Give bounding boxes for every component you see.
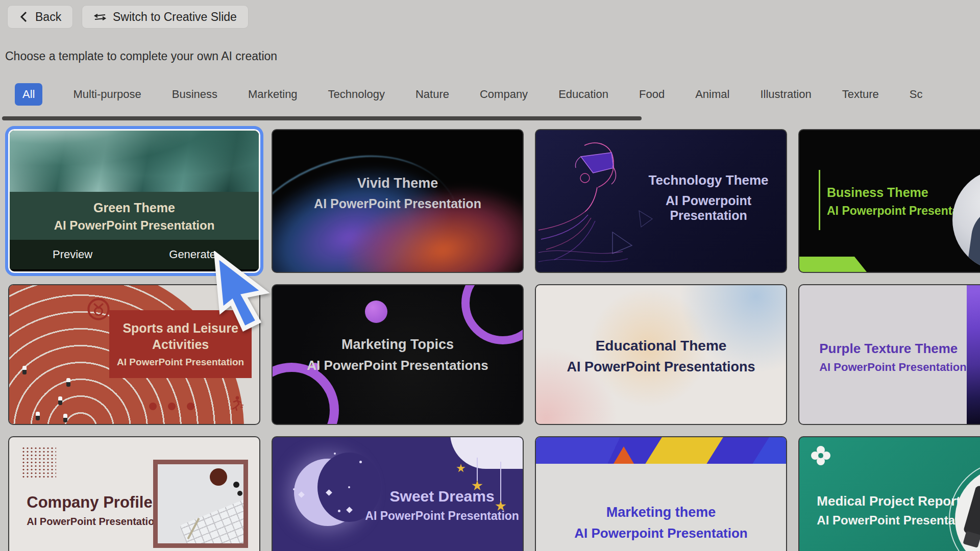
tab-food[interactable]: Food [639,88,665,101]
template-card-educational-theme[interactable]: Educational Theme AI PowerPoint Presenta… [535,284,787,425]
runner-figure [22,366,27,374]
switch-to-creative-slide-button[interactable]: Switch to Creative Slide [82,5,249,29]
businessman-photo-circle [952,169,980,271]
berry-decor [237,491,242,496]
berry-decor [233,482,239,488]
star-string [477,458,478,481]
switch-button-label: Switch to Creative Slide [113,10,237,24]
page-subtitle: Choose a template to complete your own A… [5,49,277,63]
blue-shape [749,437,786,464]
template-card-marketing-theme[interactable]: Marketing theme AI Powerpoint Presentati… [535,436,787,551]
tab-science-partial[interactable]: Sc [910,88,923,101]
yellow-shape [642,437,726,464]
template-card-purple-texture[interactable]: Purple Texture Theme AI PowerPoint Prese… [798,284,980,425]
green-parallelogram [799,257,876,272]
green-theme-title-band: Green Theme AI PowerPoint Presentation [10,192,259,240]
card-actions: Preview Generate [10,240,259,269]
preview-button[interactable]: Preview [53,248,92,261]
tab-nature[interactable]: Nature [415,88,449,101]
card-subtitle: AI Powerpoint Presentation [536,525,786,541]
card-title: Marketing Topics [273,337,523,353]
star-dot [334,453,336,455]
generate-button[interactable]: Generate [169,248,216,261]
microscope [963,485,980,539]
dot-grid-decoration [21,446,56,478]
template-card-medical-report[interactable]: Medical Project Report AI PowerPoint Pre… [798,436,980,551]
star-dot [348,486,350,488]
card-title: Sweet Dreams [365,488,519,505]
card-subtitle: AI PowerPoint Presentation [27,516,160,528]
yellow-star [456,464,465,473]
template-grid: Green Theme AI PowerPoint Presentation P… [8,129,980,551]
card-subtitle: AI PowerPoint Presentations [536,359,786,375]
businessman-silhouette [966,203,980,271]
card-subtitle: AI PowerPoint Presentation [117,357,244,368]
card-text: Purple Texture Theme AI PowerPoint Prese… [819,341,967,374]
tab-all[interactable]: All [15,83,42,106]
card-title: Technology Theme [636,172,781,188]
template-card-technology-theme[interactable]: Technology Theme AI Powerpoint Presentat… [535,129,787,273]
card-text: Company Profile AI PowerPoint Presentati… [27,493,160,528]
tab-business[interactable]: Business [172,88,217,101]
card-title: Marketing theme [536,505,786,520]
tab-animal[interactable]: Animal [695,88,729,101]
card-text: Sweet Dreams AI PowerPoint Presentation [365,488,519,523]
card-subtitle: AI Powerpoint Presentation [636,193,781,223]
purple-texture-art [967,285,980,424]
runner-figure [63,414,67,422]
card-text: Technology Theme AI Powerpoint Presentat… [636,172,781,223]
geometric-header-band [536,437,786,464]
template-card-company-profile[interactable]: Company Profile AI PowerPoint Presentati… [8,436,260,551]
card-text: Vivid Theme AI PowerPoint Presentation [273,176,523,211]
card-title: Green Theme [93,198,175,217]
keyboard [179,499,248,548]
orange-triangle [614,446,634,464]
medal-icon [87,297,110,323]
desk-photo-frame [153,460,248,548]
runner-figure [36,412,40,420]
tab-marketing[interactable]: Marketing [248,88,298,101]
pagination-dots [149,403,194,410]
cloud [450,436,524,469]
card-title: Company Profile [27,493,160,512]
coffee-cup [210,468,227,486]
template-card-vivid-theme[interactable]: Vivid Theme AI PowerPoint Presentation [272,129,524,273]
tab-education[interactable]: Education [558,88,608,101]
card-subtitle: AI PowerPoint Presentations [273,358,523,373]
template-card-business-theme[interactable]: Business Theme AI Powerpoint Presentatio… [798,129,980,273]
card-subtitle: AI PowerPoint Presentation [365,509,519,523]
chevron-left-icon [19,11,29,23]
green-accent-line [819,170,820,230]
card-title: Educational Theme [536,338,786,354]
tab-technology[interactable]: Technology [328,88,385,101]
category-tabs: All Multi-purpose Business Marketing Tec… [15,83,923,106]
template-card-marketing-topics[interactable]: Marketing Topics AI PowerPoint Presentat… [272,284,524,425]
runner-icon [227,395,244,414]
card-title: Purple Texture Theme [819,341,967,357]
tab-multi-purpose[interactable]: Multi-purpose [73,88,141,101]
card-text: Educational Theme AI PowerPoint Presenta… [536,338,786,375]
card-subtitle: AI PowerPoint Presentation [54,217,215,233]
template-card-sports-theme[interactable]: Sports and Leisure Activities AI PowerPo… [8,284,260,425]
purple-circle-large [365,300,387,323]
template-card-sweet-dreams[interactable]: Sweet Dreams AI PowerPoint Presentation [272,436,524,551]
card-subtitle: AI PowerPoint Presentation [819,361,967,374]
template-card-green-theme[interactable]: Green Theme AI PowerPoint Presentation P… [8,129,260,273]
sports-title-block: Sports and Leisure Activities AI PowerPo… [109,310,252,378]
tab-texture[interactable]: Texture [842,88,879,101]
swap-arrows-icon [93,11,107,23]
star-dot [293,488,295,490]
back-button-label: Back [35,10,61,24]
back-button[interactable]: Back [7,5,73,29]
purple-ring-top-right [461,284,524,344]
star-dot [359,461,362,463]
star-dot [338,510,340,512]
tab-company[interactable]: Company [480,88,528,101]
card-text: Marketing Topics AI PowerPoint Presentat… [273,337,523,373]
green-theme-artwork [10,131,259,192]
tab-illustration[interactable]: Illustration [760,88,811,101]
tabs-scroll-indicator[interactable] [2,116,642,120]
card-text: Marketing theme AI Powerpoint Presentati… [536,505,786,541]
card-subtitle: AI PowerPoint Presentation [273,196,523,211]
medical-cross-icon [811,445,831,468]
